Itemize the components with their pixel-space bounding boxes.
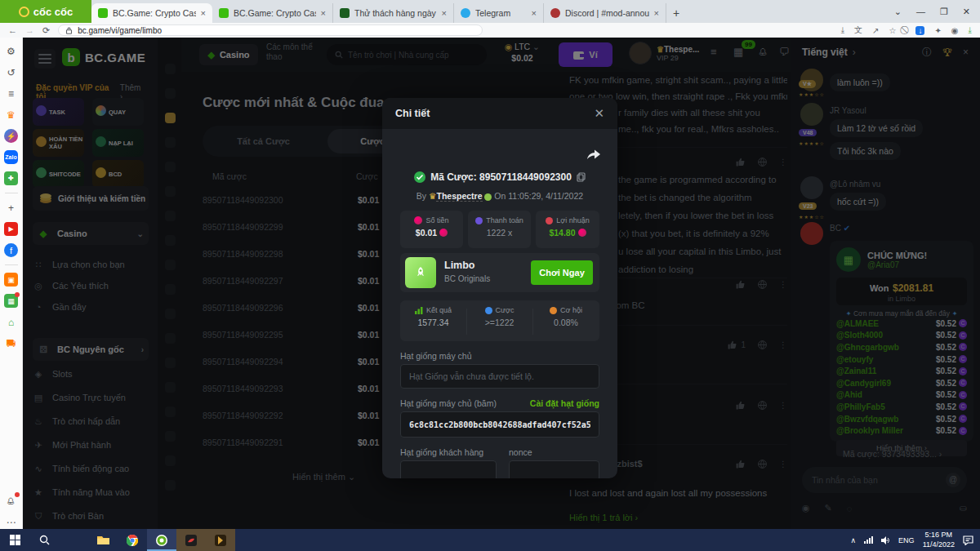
browser-sidebar: ⚙ ↺ ≡ ♛ ⚡ Zalo 🞧 + ▶ f ▣ ▦ ⌂ ⛟ 🕭 ⋯	[0, 38, 23, 529]
modal-body: Mã Cược: 89507118449092300 By ♛Thespectr…	[382, 129, 617, 478]
minimize-button[interactable]: —	[916, 7, 925, 16]
stat-payout-value: 1222 x	[468, 228, 531, 238]
language-indicator[interactable]: ENG	[898, 536, 915, 544]
maximize-button[interactable]: ❐	[940, 7, 948, 17]
client-seed-field[interactable]	[409, 468, 488, 478]
coccoc-download-icon[interactable]: ⤓	[969, 25, 972, 35]
messenger-icon[interactable]: ⚡	[4, 129, 18, 143]
file-explorer-icon[interactable]	[88, 529, 118, 551]
address-bar-icons: ⤓ 文 ↗ ☆ ⃠ ↓ ✦ ◉ ⤓	[841, 24, 972, 36]
limbo-thumbnail[interactable]	[405, 257, 436, 288]
server-seed-field[interactable]	[409, 371, 590, 381]
close-tab-icon[interactable]: ×	[321, 8, 326, 18]
game-name: Limbo	[444, 260, 475, 271]
save-icon[interactable]: ⤓	[841, 25, 844, 35]
hot-crown-icon[interactable]: ♛	[4, 108, 18, 122]
tab-bcgame-1[interactable]: BC.Game: Crypto Casino Gam×	[91, 3, 212, 23]
stat-payout-card: Thanh toán 1222 x	[468, 211, 531, 248]
zalo-icon[interactable]: Zalo	[4, 150, 18, 164]
cart-icon[interactable]: ⛟	[4, 336, 18, 350]
bet-id-value: 89507118449092300	[479, 171, 572, 183]
telegram-favicon	[461, 8, 470, 18]
close-tab-icon[interactable]: ×	[532, 8, 537, 18]
share-icon[interactable]	[586, 147, 601, 160]
game-provider: BC Originals	[444, 274, 490, 283]
extensions-icon[interactable]: ✦	[934, 26, 941, 35]
coccoc-logo[interactable]: cốc cốc	[0, 0, 91, 23]
home-icon[interactable]: ⌂	[4, 315, 18, 329]
action-center-icon[interactable]	[963, 535, 973, 545]
translate-icon[interactable]: 文	[854, 24, 862, 36]
download-icon[interactable]: ↓	[915, 26, 924, 35]
gift-icon[interactable]: ▦	[4, 294, 18, 308]
challenge-favicon	[340, 8, 350, 18]
bookmark-star-icon[interactable]: ☆	[889, 26, 896, 35]
more-icon[interactable]: ⋯	[4, 515, 18, 529]
nonce-label: nonce	[509, 447, 532, 457]
clock-date: 11/4/2022	[923, 540, 955, 549]
chrome-icon[interactable]	[118, 529, 147, 551]
system-tray: ∧ ENG 5:16 PM 11/4/2022	[851, 531, 980, 549]
youtube-icon[interactable]: ▶	[4, 222, 18, 236]
garena-icon[interactable]	[176, 529, 206, 551]
url-field[interactable]: bc.game/vi/game/limbo	[58, 24, 483, 36]
tray-expand-icon[interactable]: ∧	[851, 536, 857, 544]
server-seed-label: Hạt giống máy chủ	[400, 351, 472, 361]
back-icon[interactable]: ←	[8, 25, 17, 35]
notification-dot	[15, 492, 20, 497]
start-button[interactable]	[0, 529, 29, 551]
modal-title: Chi tiết	[395, 108, 430, 119]
facebook-icon[interactable]: f	[4, 243, 18, 257]
gem-icon	[414, 216, 422, 224]
server-seed-hash-label: Hạt giống máy chủ (băm)	[400, 398, 497, 408]
profile-icon[interactable]: ◉	[951, 26, 959, 35]
history-icon[interactable]: ↺	[4, 65, 18, 79]
discord-favicon	[550, 8, 560, 18]
close-modal-icon[interactable]: ✕	[594, 106, 604, 121]
tab-bcgame-2[interactable]: BC.Game: Crypto Casino Gan×	[212, 3, 333, 23]
tab-telegram[interactable]: Telegram×	[454, 3, 544, 23]
share-icon[interactable]: ↗	[872, 26, 879, 35]
settings-gear-icon[interactable]: ⚙	[4, 44, 18, 58]
news-icon[interactable]: ≡	[4, 87, 18, 100]
nonce-field[interactable]	[518, 468, 590, 478]
taskbar-clock[interactable]: 5:16 PM 11/4/2022	[923, 531, 955, 549]
close-tab-icon[interactable]: ×	[654, 8, 659, 18]
url-text: bc.game/vi/game/limbo	[78, 26, 162, 35]
bell-icon[interactable]: 🕭	[4, 494, 18, 508]
close-tab-icon[interactable]: ×	[201, 8, 206, 18]
modal-header: Chi tiết ✕	[382, 98, 617, 129]
close-window-button[interactable]: ✕	[963, 7, 970, 17]
shop-icon[interactable]: ▣	[4, 273, 18, 287]
reload-icon[interactable]: ⟳	[42, 25, 50, 36]
network-icon[interactable]	[864, 536, 873, 544]
tab-discord[interactable]: Discord | #mod-announc×	[544, 3, 666, 23]
seed-settings-link[interactable]: Cài đặt hạt giống	[530, 398, 599, 408]
stat-amount-card: Số tiền $0.01	[400, 211, 463, 248]
player-name[interactable]: Thespectre	[436, 191, 482, 202]
new-tab-button[interactable]: +	[666, 3, 686, 23]
tab-search-icon[interactable]: ⌄	[894, 7, 902, 17]
client-seed-field-wrap	[400, 460, 497, 478]
play-now-button[interactable]: Chơi Ngay	[531, 260, 593, 285]
server-seed-hash-field[interactable]	[409, 420, 590, 429]
game-launcher-icon[interactable]	[206, 529, 235, 551]
clock-time: 5:16 PM	[923, 531, 955, 540]
games-icon[interactable]: 🞧	[4, 171, 18, 185]
verified-check-icon	[414, 171, 425, 183]
bet-details-modal: Chi tiết ✕ Mã Cược: 89507118449092300 By…	[382, 98, 617, 478]
game-card: Limbo BC Originals Chơi Ngay	[400, 253, 599, 292]
stat-profit-card: Lợi nhuận $14.80	[536, 211, 599, 248]
volume-icon[interactable]	[881, 536, 890, 544]
close-tab-icon[interactable]: ×	[442, 8, 447, 18]
coccoc-taskbar-icon[interactable]	[147, 529, 176, 551]
profit-icon	[546, 217, 553, 224]
server-seed-hash-wrap	[400, 411, 599, 438]
forward-icon[interactable]: →	[25, 25, 34, 35]
rocket-icon	[414, 266, 427, 279]
tab-challenge[interactable]: Thử thách hàng ngày # 59 -×	[333, 3, 454, 23]
taskbar-search-icon[interactable]	[29, 529, 59, 551]
window-controls: ⌄ — ❐ ✕	[884, 0, 980, 23]
add-shortcut-icon[interactable]: +	[4, 201, 18, 215]
copy-icon[interactable]	[577, 172, 586, 182]
